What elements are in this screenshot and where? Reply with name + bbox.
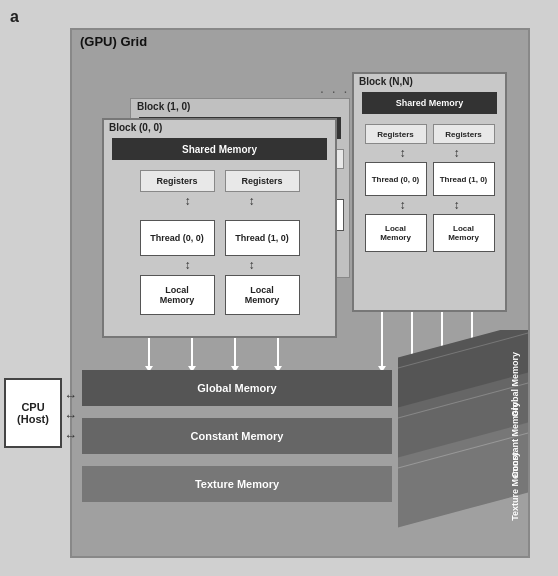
cpu-arrow-1: ↔ (64, 388, 77, 403)
block-nn-reg-0: Registers (365, 124, 427, 144)
block-0-0-local-mem-1: LocalMemory (225, 275, 300, 315)
block-0-0-thread-1: Thread (1, 0) (225, 220, 300, 256)
diag-memory-stack: Global Memory Constant Memory Texture Me… (393, 330, 528, 550)
reg-thread-arrows: ↕ ↕ (139, 194, 300, 208)
constant-memory-bar: Constant Memory (82, 418, 392, 454)
block-nn: Block (N,N) Shared Memory Registers Regi… (352, 72, 507, 312)
block-0-0-reg-0: Registers (140, 170, 215, 192)
block-0-0-local-mem-0: LocalMemory (140, 275, 215, 315)
block-nn-label: Block (N,N) (359, 76, 413, 87)
gpu-grid-label: (GPU) Grid (80, 34, 147, 49)
block-nn-thread-arrows: ↕ ↕ (360, 198, 499, 212)
thread-local-arrows: ↕ ↕ (139, 258, 300, 272)
block-nn-thread-1: Thread (1, 0) (433, 162, 495, 196)
block-0-0-reg-1: Registers (225, 170, 300, 192)
cpu-host: CPU(Host) (4, 378, 62, 448)
block-nn-thread-0: Thread (0, 0) (365, 162, 427, 196)
block-nn-local-mem-1: LocalMemory (433, 214, 495, 252)
block-0-0-registers-row: Registers Registers (114, 170, 325, 192)
block-0-0: Block (0, 0) Shared Memory Registers Reg… (102, 118, 337, 338)
diag-texture-label: Texture Memory (510, 452, 520, 521)
block-nn-local-mem-0: LocalMemory (365, 214, 427, 252)
block-0-0-shared-mem: Shared Memory (112, 138, 327, 160)
gpu-grid: (GPU) Grid . . . Block (1, 0) Shared Mem… (70, 28, 530, 558)
block-0-0-threads-row: Thread (0, 0) Thread (1, 0) (114, 220, 325, 256)
block-0-0-local-mem-row: LocalMemory LocalMemory (114, 275, 325, 315)
block-nn-threads-row: Thread (0, 0) Thread (1, 0) (360, 162, 499, 196)
block-0-0-label: Block (0, 0) (109, 122, 162, 133)
cpu-arrow-3: ↔ (64, 428, 77, 443)
block-0-0-thread-0: Thread (0, 0) (140, 220, 215, 256)
block-nn-registers-row: Registers Registers (360, 124, 499, 144)
block-nn-local-mem-row: LocalMemory LocalMemory (360, 214, 499, 252)
block-nn-reg-1: Registers (433, 124, 495, 144)
block-nn-reg-arrows: ↕ ↕ (360, 146, 499, 160)
block-1-0-label: Block (1, 0) (137, 101, 190, 112)
block-dots: . . . (320, 80, 349, 96)
block-nn-shared-mem: Shared Memory (362, 92, 497, 114)
cpu-arrow-2: ↔ (64, 408, 77, 423)
texture-memory-bar: Texture Memory (82, 466, 392, 502)
page-label: a (10, 8, 19, 26)
global-memory-bar: Global Memory (82, 370, 392, 406)
